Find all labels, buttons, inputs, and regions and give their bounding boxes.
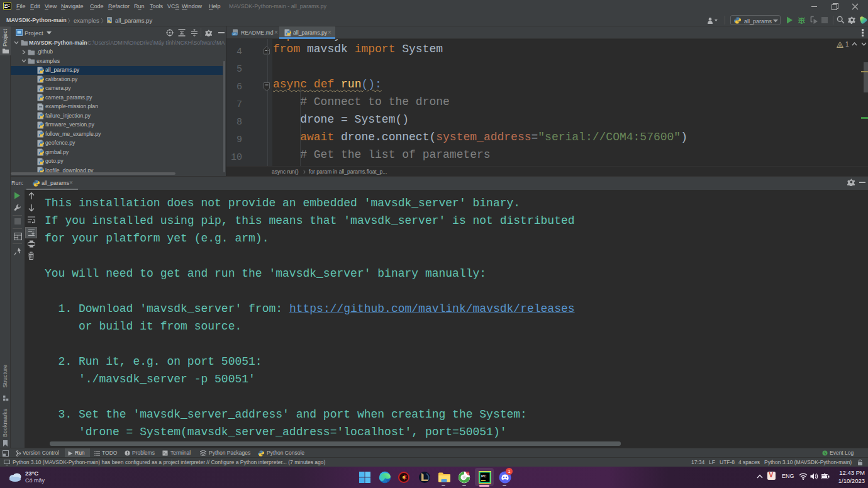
svg-text:MD: MD [233, 33, 237, 36]
svg-text:PC: PC [481, 474, 487, 478]
svg-text:A: A [838, 43, 842, 48]
